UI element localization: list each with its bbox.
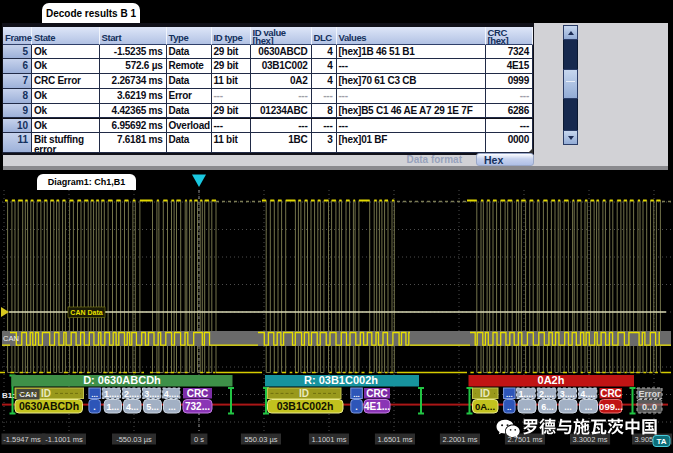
svg-text:0..0: 0..0 — [642, 402, 657, 412]
svg-text:...: ... — [523, 402, 531, 412]
svg-text:4...: 4... — [126, 402, 139, 412]
svg-text:.: . — [355, 402, 358, 412]
svg-text:...: ... — [585, 402, 593, 412]
svg-text:1....: 1.... — [104, 389, 119, 399]
svg-text:CRC: CRC — [187, 388, 209, 399]
svg-text:099...: 099... — [599, 401, 623, 412]
svg-text:ID: ID — [41, 388, 51, 399]
svg-text:ID: ID — [480, 388, 490, 399]
svg-text:03B1C002h: 03B1C002h — [277, 400, 334, 412]
svg-text:R: 03B1C002h: R: 03B1C002h — [304, 374, 378, 386]
svg-text:...: ... — [564, 402, 572, 412]
svg-text:1...: 1... — [107, 402, 120, 412]
svg-text:2.2001 ms: 2.2001 ms — [442, 435, 477, 444]
svg-text:3.9055 ms: 3.9055 ms — [634, 435, 669, 444]
svg-text:..: .. — [507, 403, 511, 412]
svg-text:1.6501 ms: 1.6501 ms — [377, 435, 412, 444]
svg-text:-1.1001 ms: -1.1001 ms — [45, 435, 83, 444]
svg-text:...: ... — [506, 390, 513, 399]
svg-text:.: . — [93, 402, 96, 412]
svg-text:3....: 3.... — [144, 389, 159, 399]
svg-text:3.3002 ms: 3.3002 ms — [572, 435, 607, 444]
svg-text:CAN: CAN — [19, 390, 37, 399]
svg-text:0 s: 0 s — [194, 435, 204, 444]
svg-text:4....: 4.... — [580, 389, 595, 399]
svg-text:550.03 µs: 550.03 µs — [244, 435, 277, 444]
svg-text:TA: TA — [656, 437, 666, 446]
svg-text:CAN Data: CAN Data — [70, 309, 102, 316]
svg-text:-550.03 µs: -550.03 µs — [116, 435, 152, 444]
svg-text:1....: 1.... — [518, 389, 533, 399]
svg-text:5...: 5... — [146, 402, 159, 412]
svg-text:6...: 6... — [541, 402, 554, 412]
svg-text:0630ABCDh: 0630ABCDh — [19, 400, 79, 412]
svg-text:...: ... — [353, 390, 360, 399]
svg-text:CRC: CRC — [366, 388, 388, 399]
svg-text:0A2h: 0A2h — [538, 374, 565, 386]
svg-text:-1.5947 ms: -1.5947 ms — [3, 435, 41, 444]
svg-text:4E1...: 4E1... — [364, 401, 390, 412]
svg-text:3....: 3.... — [560, 389, 575, 399]
svg-text:1.1001 ms: 1.1001 ms — [311, 435, 346, 444]
svg-text:2.7501 ms: 2.7501 ms — [507, 435, 542, 444]
svg-text:CRC: CRC — [600, 388, 622, 399]
svg-text:732...: 732... — [185, 401, 210, 412]
svg-text:B1:: B1: — [2, 391, 15, 400]
svg-text:4....: 4.... — [164, 389, 179, 399]
svg-text:0A...: 0A... — [475, 401, 495, 412]
svg-text:ID: ID — [299, 388, 309, 399]
svg-text:...: ... — [168, 402, 176, 412]
svg-text:D: 0630ABCDh: D: 0630ABCDh — [83, 374, 161, 386]
svg-text:2....: 2.... — [124, 389, 139, 399]
svg-text:Error: Error — [638, 389, 661, 399]
svg-text:2....: 2.... — [539, 389, 554, 399]
svg-text:CAN: CAN — [3, 334, 19, 343]
svg-text:...: ... — [91, 390, 98, 399]
